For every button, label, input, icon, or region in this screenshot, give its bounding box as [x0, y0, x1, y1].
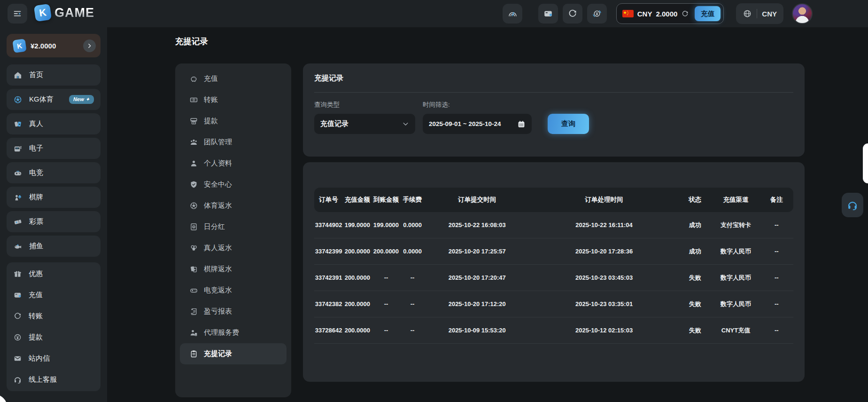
sidebar-item-withdraw[interactable]: 提款 [13, 327, 94, 348]
sidebar-item-transfer[interactable]: 转账 [13, 306, 94, 327]
menu-button[interactable] [8, 4, 27, 24]
sidebar-item-label: 优惠 [29, 269, 43, 278]
slots-icon [13, 144, 23, 153]
credited-amount: -- [372, 300, 400, 307]
channel: 数字人民币 [712, 274, 760, 282]
submenu-item-sports-rebate[interactable]: 体育返水 [175, 195, 291, 216]
status-badge: 失败 [678, 300, 712, 308]
transfer-button[interactable] [563, 4, 582, 24]
yen-circle-icon [13, 333, 22, 342]
query-type-label: 查询类型 [314, 101, 415, 109]
sidebar-item-home[interactable]: 首页 [7, 64, 101, 86]
remark: -- [760, 248, 793, 255]
submenu-item-transfer[interactable]: 转账 [175, 89, 291, 110]
order-id: 33742382 [314, 300, 343, 307]
date-filter-label: 时间筛选: [423, 101, 532, 109]
submenu-item-team-management[interactable]: 团队管理 [175, 132, 291, 153]
banknote-icon [189, 95, 198, 104]
table-row: 33742382 200.0000 -- -- 2025-10-20 17:12… [314, 291, 793, 317]
chevron-down-icon [402, 120, 409, 127]
submenu-item-security-center[interactable]: 安全中心 [175, 174, 291, 195]
brand-logo[interactable]: K GAME [35, 5, 94, 21]
submenu-item-live-rebate[interactable]: 真人返水 [175, 237, 291, 259]
refresh-balance-icon[interactable] [681, 10, 689, 18]
wallet-button[interactable] [538, 4, 558, 24]
filter-controls: 查询类型 充值记录 时间筛选: 2025-09-01 ~ 2025-10-24 … [314, 101, 793, 134]
column-header: 订单号 [314, 196, 343, 204]
column-header: 到账金额 [372, 196, 400, 204]
deposit-amount: 199.0000 [343, 221, 372, 229]
floating-service-button[interactable] [842, 193, 863, 217]
sidebar-item-lottery[interactable]: 彩票 [7, 211, 101, 232]
sidebar-item-label: 真人 [29, 119, 43, 128]
team-icon [189, 138, 198, 147]
sidebar-item-slots[interactable]: 电子 [7, 138, 101, 159]
sidebar-item-label: 转账 [29, 312, 43, 321]
globe-icon [743, 9, 752, 18]
submenu-item-agent-fee[interactable]: 代理服务费 [175, 322, 291, 343]
submit-time: 2025-10-20 17:12:20 [425, 300, 530, 307]
submenu-item-chess-rebate[interactable]: 棋牌返水 [175, 259, 291, 280]
submenu-item-label: 日分红 [204, 222, 225, 231]
sidebar-balance: ¥2.0000 [31, 42, 56, 50]
sidebar-item-esports[interactable]: 电竞 [7, 162, 101, 183]
submenu-item-label: 代理服务费 [204, 328, 239, 337]
balance-expand-button[interactable] [83, 39, 96, 52]
deposit-amount: 200.0000 [343, 274, 372, 281]
deposit-amount: 200.0000 [343, 248, 372, 255]
sidebar-item-kg-sports[interactable]: KG体育 New ✦ [7, 89, 101, 110]
casino-chips-icon [189, 244, 198, 252]
page-title: 充提记录 [175, 36, 208, 47]
sidebar-item-label: 电子 [29, 144, 43, 153]
headset-icon [846, 199, 859, 211]
sidebar-item-promotions[interactable]: 优惠 [13, 263, 94, 284]
sidebar-item-label: 首页 [29, 71, 43, 79]
submenu-item-daily-dividend[interactable]: 日分红 [175, 216, 291, 237]
clipboard-icon [189, 349, 198, 358]
submenu-item-pnl-report[interactable]: 盈亏报表 [175, 301, 291, 322]
filter-card-title: 充提记录 [314, 63, 793, 83]
tool-menu: 优惠 充值 转账 提款 站内信 线上客服 [7, 262, 101, 391]
sidebar-item-live-casino[interactable]: 真人 [7, 113, 101, 134]
channel: 数字人民币 [712, 300, 760, 308]
sidebar-item-messages[interactable]: 站内信 [13, 348, 94, 369]
sidebar-item-fishing[interactable]: 捕鱼 [7, 236, 101, 257]
credited-amount: 200.0000 [372, 248, 400, 255]
submenu-item-profile[interactable]: 个人资料 [175, 153, 291, 174]
gauge-button[interactable] [503, 4, 522, 24]
records-table-card: 订单号 充值金额 到账金额 手续费 订单提交时间 订单处理时间 状态 充值渠道 … [303, 162, 805, 382]
submenu-item-deposit-withdraw-records[interactable]: 充提记录 [180, 343, 287, 364]
query-type-select[interactable]: 充值记录 [314, 114, 415, 134]
process-time: 2025-10-12 02:15:03 [530, 327, 678, 334]
channel: CNYT充值 [712, 326, 760, 335]
submenu-item-label: 提款 [204, 117, 218, 126]
sidebar-item-online-service[interactable]: 线上客服 [13, 369, 94, 390]
china-flag-icon [622, 10, 634, 17]
submenu-item-deposit[interactable]: 充值 [175, 68, 291, 89]
language-selector[interactable]: CNY [736, 3, 783, 24]
search-button[interactable]: 查询 [548, 114, 589, 134]
submit-time: 2025-10-20 17:25:57 [425, 248, 530, 255]
credited-amount: -- [372, 274, 400, 281]
sidebar-item-chess[interactable]: 棋牌 [7, 187, 101, 208]
sidebar-item-deposit[interactable]: 充值 [13, 284, 94, 306]
sidebar-item-label: 站内信 [29, 354, 50, 363]
table-row: 33742391 200.0000 -- -- 2025-10-20 17:20… [314, 265, 793, 291]
fish-icon [13, 242, 23, 251]
deposit-button[interactable]: 充值 [695, 6, 721, 21]
remark: -- [760, 221, 793, 229]
edge-widget-tab[interactable] [863, 143, 868, 183]
deposit-amount: 200.0000 [343, 327, 372, 334]
submenu-item-label: 充值 [204, 74, 218, 83]
table-row: 33742399 200.0000 200.0000 0.0000 2025-1… [314, 238, 793, 265]
submenu-item-esports-rebate[interactable]: 电竞返水 [175, 280, 291, 301]
date-range-input[interactable]: 2025-09-01 ~ 2025-10-24 [423, 114, 532, 134]
submenu-item-withdraw[interactable]: 提款 [175, 110, 291, 132]
balance-card[interactable]: K ¥2.0000 [7, 34, 101, 57]
app-root: K GAME CNY 2.0000 [0, 0, 868, 402]
exchange-button[interactable] [587, 4, 607, 24]
user-avatar[interactable] [792, 3, 813, 24]
wallet-balance-pill[interactable]: CNY 2.0000 充值 [616, 3, 724, 24]
column-header: 订单处理时间 [530, 196, 678, 204]
process-time: 2025-10-20 17:28:36 [530, 248, 678, 255]
